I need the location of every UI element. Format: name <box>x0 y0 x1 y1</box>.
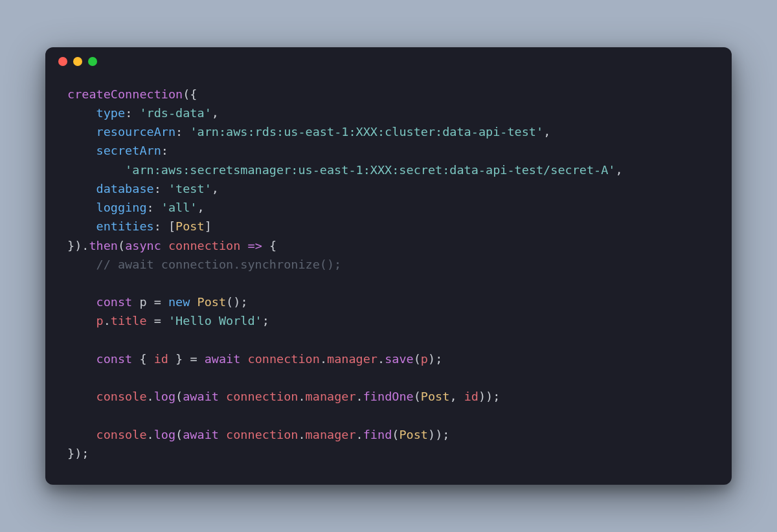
code-block: createConnection({ type: 'rds-data', res… <box>45 76 732 485</box>
code-token: Post <box>197 295 227 309</box>
code-token: , <box>616 163 623 177</box>
code-token: const <box>96 295 133 309</box>
code-token: findOne <box>363 390 414 403</box>
code-token: ) <box>428 352 435 366</box>
code-token: => <box>248 239 262 252</box>
maximize-icon[interactable] <box>88 57 97 66</box>
code-token: p <box>421 352 428 366</box>
code-token: . <box>298 390 305 403</box>
minimize-icon[interactable] <box>73 57 82 66</box>
code-token: log <box>154 390 175 403</box>
code-token: createConnection <box>67 87 183 101</box>
code-token: } <box>168 352 183 366</box>
code-token: manager <box>327 352 377 366</box>
titlebar <box>45 47 732 76</box>
code-token: id <box>464 390 479 403</box>
code-token: = <box>154 314 161 327</box>
code-token: connection <box>248 352 320 366</box>
code-token: 'all' <box>161 201 197 214</box>
code-token: 'rds-data' <box>139 106 211 120</box>
code-token: . <box>147 428 154 441</box>
code-token: ) <box>435 428 442 441</box>
code-token: manager <box>306 428 356 441</box>
code-token: connection <box>168 239 240 252</box>
code-token: p <box>96 314 104 327</box>
code-token: () <box>226 295 240 309</box>
code-token: ; <box>493 390 500 403</box>
code-token: ( <box>175 428 183 441</box>
code-token: ; <box>262 314 269 327</box>
code-token: logging <box>96 201 147 214</box>
code-token: 'test' <box>168 182 212 195</box>
code-token: : <box>154 219 161 233</box>
code-token: ; <box>442 428 449 441</box>
code-token: // await connection.synchronize(); <box>96 258 342 271</box>
code-token: : <box>147 201 154 214</box>
code-token: 'Hello World' <box>168 314 262 327</box>
code-token: await <box>183 390 219 403</box>
code-token: { <box>269 239 276 252</box>
code-token: ( <box>414 390 421 403</box>
code-token: , <box>543 125 550 139</box>
code-token: [ <box>168 219 175 233</box>
code-token: , <box>212 182 219 195</box>
code-token: connection <box>226 428 298 441</box>
code-token: save <box>385 352 414 366</box>
code-token: 'arn:aws:secretsmanager:us-east-1:XXX:se… <box>125 163 615 177</box>
code-token: : <box>175 125 183 139</box>
code-token: new <box>168 295 190 309</box>
code-token: ( <box>175 390 183 403</box>
code-token: const <box>96 352 133 366</box>
code-token: Post <box>399 428 428 441</box>
code-token: , <box>197 201 205 214</box>
code-token: resourceArn <box>96 125 176 139</box>
code-token: ( <box>414 352 421 366</box>
code-token: : <box>125 106 132 120</box>
code-token: ; <box>435 352 442 366</box>
close-icon[interactable] <box>58 57 67 66</box>
code-token: } <box>67 239 74 252</box>
code-token: }); <box>67 447 89 460</box>
code-token: ) <box>486 390 493 403</box>
code-token: ; <box>240 295 247 309</box>
code-token: console <box>96 428 147 441</box>
code-token: , <box>449 390 456 403</box>
code-token: entities <box>96 219 154 233</box>
code-token: connection <box>226 390 298 403</box>
code-token: ] <box>205 219 212 233</box>
code-token: ( <box>183 87 190 101</box>
code-token: p <box>139 295 146 309</box>
code-token: . <box>104 314 111 327</box>
code-window: createConnection({ type: 'rds-data', res… <box>45 47 732 485</box>
code-token: title <box>111 314 147 327</box>
code-token: ( <box>118 239 125 252</box>
code-token: { <box>139 352 153 366</box>
code-token: log <box>154 428 175 441</box>
code-token: { <box>190 87 197 101</box>
code-token: Post <box>421 390 450 403</box>
code-token: await <box>205 352 241 366</box>
code-token: type <box>96 106 126 120</box>
code-token: . <box>356 428 363 441</box>
code-token: console <box>96 390 147 403</box>
code-token: ) <box>479 390 486 403</box>
code-token: , <box>212 106 219 120</box>
code-token: . <box>298 428 305 441</box>
code-token: find <box>363 428 392 441</box>
code-token: = <box>154 295 161 309</box>
code-token: manager <box>306 390 356 403</box>
code-token: 'arn:aws:rds:us-east-1:XXX:cluster:data-… <box>190 125 543 139</box>
code-token: . <box>147 390 154 403</box>
code-token: await <box>183 428 219 441</box>
code-token: ( <box>392 428 399 441</box>
code-token: ) <box>74 239 82 252</box>
code-token: then <box>89 239 118 252</box>
code-token: . <box>320 352 327 366</box>
code-token: secretArn <box>96 144 161 157</box>
code-token: Post <box>175 219 205 233</box>
code-token: async <box>125 239 161 252</box>
code-token: . <box>377 352 385 366</box>
code-token: . <box>356 390 363 403</box>
code-token: id <box>154 352 168 366</box>
code-token: database <box>96 182 154 195</box>
